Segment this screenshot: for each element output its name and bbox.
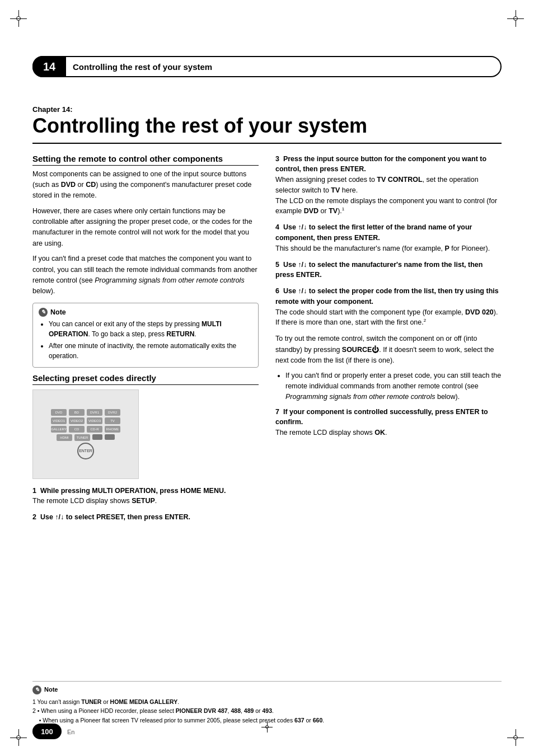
footer: ✎ Note 1 You can't assign TUNER or HOME … bbox=[32, 681, 502, 725]
step6: 6 Use ↑/↓ to select the proper code from… bbox=[275, 286, 502, 328]
right-bullet-list: If you can't find or properly enter a pr… bbox=[275, 370, 502, 402]
step1: 1 While pressing MULTI OPERATION, press … bbox=[32, 486, 259, 507]
right-column: 3 Press the input source button for the … bbox=[275, 154, 502, 528]
remote-circle-nav: ENTER bbox=[77, 443, 94, 459]
header-bar: 14 Controlling the rest of your system bbox=[32, 56, 502, 77]
corner-mark-tl bbox=[10, 10, 27, 27]
remote-btn-hdmi: HDMI bbox=[57, 434, 72, 441]
try-para: To try out the remote control, switch th… bbox=[275, 334, 502, 366]
chapter-number: 14 bbox=[32, 56, 66, 77]
section2-heading: Selecting preset codes directly bbox=[32, 373, 259, 385]
left-column: Setting the remote to control other comp… bbox=[32, 154, 259, 528]
remote-btn-misc1 bbox=[92, 434, 102, 440]
section1-para2: However, there are cases where only cert… bbox=[32, 206, 259, 250]
note-header-left: ✎ Note bbox=[39, 308, 252, 317]
chapter-label: Chapter 14: bbox=[32, 105, 502, 114]
remote-btn-dvr2: DVR2 bbox=[105, 409, 120, 416]
remote-btn-cd: CD bbox=[69, 426, 85, 433]
remote-btn-video3: VIDEO3 bbox=[87, 417, 102, 424]
remote-btn-video1: VIDEO1 bbox=[51, 417, 67, 424]
note-box-left: ✎ Note You can cancel or exit any of the… bbox=[32, 303, 259, 368]
note-list-left: You can cancel or exit any of the steps … bbox=[39, 319, 252, 361]
header-title: Controlling the rest of your system bbox=[73, 62, 212, 72]
footer-note-header: ✎ Note bbox=[32, 685, 502, 695]
note-item-1: You can cancel or exit any of the steps … bbox=[49, 319, 252, 339]
right-bullet-1: If you can't find or properly enter a pr… bbox=[285, 370, 502, 402]
remote-btn-rhome: RHOME bbox=[105, 426, 120, 433]
corner-mark-tr bbox=[507, 10, 524, 27]
page-number-box: 100 bbox=[32, 724, 62, 739]
remote-btn-misc2 bbox=[105, 434, 115, 440]
remote-btn-dvd: DVD bbox=[51, 409, 67, 416]
note-icon-left: ✎ bbox=[39, 308, 48, 317]
remote-btn-tv: TV bbox=[105, 417, 120, 424]
step3: 3 Press the input source button for the … bbox=[275, 154, 502, 217]
footer-note-icon: ✎ bbox=[32, 685, 41, 694]
step2: 2 Use ↑/↓ to select PRESET, then press E… bbox=[32, 512, 259, 523]
footer-note: ✎ Note 1 You can't assign TUNER or HOME … bbox=[32, 681, 502, 725]
step4: 4 Use ↑/↓ to select the first letter of … bbox=[275, 222, 502, 253]
page-lang: En bbox=[67, 729, 74, 735]
section1-para1: Most components can be assigned to one o… bbox=[32, 169, 259, 201]
step5: 5 Use ↑/↓ to select the manufacturer's n… bbox=[275, 260, 502, 281]
remote-btn-cdr: CD-R bbox=[87, 426, 102, 433]
remote-btn-bd: BD bbox=[69, 409, 85, 416]
step7: 7 If your component is controlled succes… bbox=[275, 407, 502, 438]
remote-btn-video2: VIDEO2 bbox=[69, 417, 85, 424]
section1-heading: Setting the remote to control other comp… bbox=[32, 154, 259, 166]
center-crosshair bbox=[261, 721, 273, 732]
corner-mark-bl bbox=[10, 729, 27, 746]
main-content: Chapter 14: Controlling the rest of your… bbox=[32, 88, 502, 528]
two-column-layout: Setting the remote to control other comp… bbox=[32, 154, 502, 528]
footer-note-label: Note bbox=[44, 685, 58, 695]
remote-btn-gallery: GALLERY bbox=[51, 426, 67, 433]
footnote2a: 2 • When using a Pioneer HDD recorder, p… bbox=[32, 706, 502, 716]
remote-image: DVD BD DVR1 DVR2 VIDEO1 VIDEO2 VIDEO3 TV… bbox=[32, 389, 139, 479]
chapter-title: Controlling the rest of your system bbox=[32, 115, 502, 144]
note-item-2: After one minute of inactivity, the remo… bbox=[49, 341, 252, 361]
remote-btn-tuner: TUNER bbox=[74, 434, 90, 441]
remote-btn-dvr1: DVR1 bbox=[87, 409, 102, 416]
footnote1: 1 You can't assign TUNER or HOME MEDIA G… bbox=[32, 697, 502, 707]
section1-para3: If you can't find a preset code that mat… bbox=[32, 253, 259, 297]
corner-mark-br bbox=[507, 729, 524, 746]
